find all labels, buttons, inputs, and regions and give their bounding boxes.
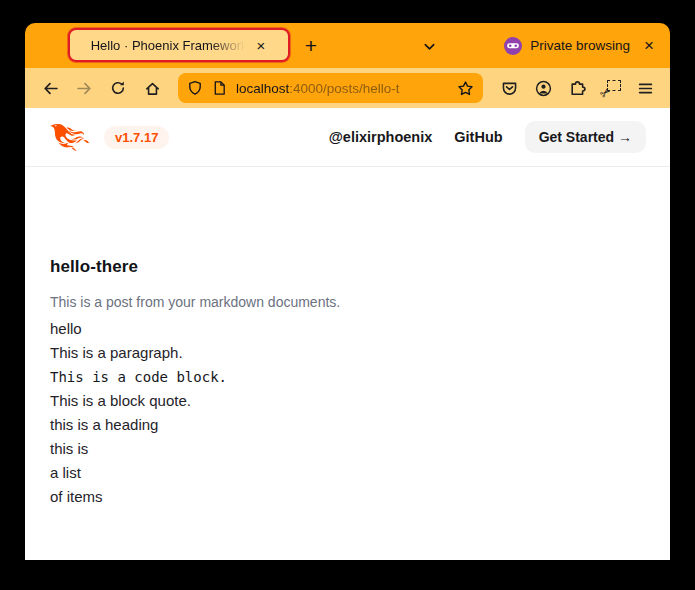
post-code-line: This is a code block.: [50, 365, 645, 389]
post-content: hello-there This is a post from your mar…: [25, 167, 670, 509]
private-browsing-label: Private browsing: [530, 38, 630, 53]
new-tab-button[interactable]: +: [296, 32, 326, 60]
phoenix-logo[interactable]: [50, 124, 90, 151]
post-line: this is: [50, 437, 645, 461]
url-path: :4000/posts/hello-t: [289, 81, 399, 96]
github-link[interactable]: GitHub: [454, 129, 502, 145]
pocket-icon: [501, 80, 518, 97]
plus-icon: +: [305, 34, 317, 58]
list-all-tabs-button[interactable]: [414, 32, 444, 60]
navigation-toolbar: localhost:4000/posts/hello-t: [25, 68, 670, 108]
close-icon: ×: [644, 36, 654, 56]
header-nav: @elixirphoenix GitHub Get Started →: [329, 121, 646, 153]
forward-button[interactable]: [67, 73, 101, 103]
chevron-down-icon: [422, 39, 437, 54]
private-mask-icon: [504, 37, 522, 55]
post-line: a list: [50, 461, 645, 485]
home-button[interactable]: [135, 73, 169, 103]
shield-icon[interactable]: [187, 80, 203, 96]
twitter-link[interactable]: @elixirphoenix: [329, 129, 433, 145]
post-line: this is a heading: [50, 413, 645, 437]
bookmark-star-icon[interactable]: [457, 80, 474, 97]
window-close-button[interactable]: ×: [635, 32, 663, 60]
pocket-button[interactable]: [492, 73, 526, 103]
back-button[interactable]: [33, 73, 67, 103]
reload-button[interactable]: [101, 73, 135, 103]
extensions-button[interactable]: [560, 73, 594, 103]
post-title: hello-there: [50, 257, 645, 277]
screenshot-icon: ✂: [602, 80, 621, 97]
account-icon: [535, 80, 552, 97]
url-bar[interactable]: localhost:4000/posts/hello-t: [178, 73, 483, 103]
post-line: of items: [50, 485, 645, 509]
web-page: v1.7.17 @elixirphoenix GitHub Get Starte…: [25, 108, 670, 560]
tab-hello-phoenix[interactable]: Hello · Phoenix Framework ×: [68, 28, 290, 62]
url-host: localhost: [236, 81, 289, 96]
puzzle-piece-icon: [569, 80, 586, 97]
titlebar: Hello · Phoenix Framework × + Private br…: [25, 23, 670, 68]
url-input[interactable]: localhost:4000/posts/hello-t: [236, 81, 448, 96]
version-badge: v1.7.17: [104, 126, 169, 149]
post-line: This is a paragraph.: [50, 341, 645, 365]
account-button[interactable]: [526, 73, 560, 103]
menu-button[interactable]: [628, 73, 662, 103]
forward-arrow-icon: [76, 80, 93, 97]
post-line: This is a block quote.: [50, 389, 645, 413]
private-browsing-indicator: Private browsing: [504, 23, 630, 68]
post-subtitle: This is a post from your markdown docume…: [50, 292, 645, 312]
back-arrow-icon: [42, 80, 59, 97]
hamburger-menu-icon: [637, 80, 654, 97]
reload-icon: [110, 80, 126, 96]
tab-title: Hello · Phoenix Framework: [91, 38, 248, 53]
site-header: v1.7.17 @elixirphoenix GitHub Get Starte…: [25, 108, 670, 167]
home-icon: [144, 80, 161, 97]
screenshot-button[interactable]: ✂: [594, 73, 628, 103]
browser-window: Hello · Phoenix Framework × + Private br…: [25, 23, 670, 560]
post-line: hello: [50, 317, 645, 341]
tab-close-icon[interactable]: ×: [255, 37, 268, 54]
get-started-button[interactable]: Get Started →: [525, 121, 646, 153]
page-info-icon[interactable]: [212, 80, 227, 96]
